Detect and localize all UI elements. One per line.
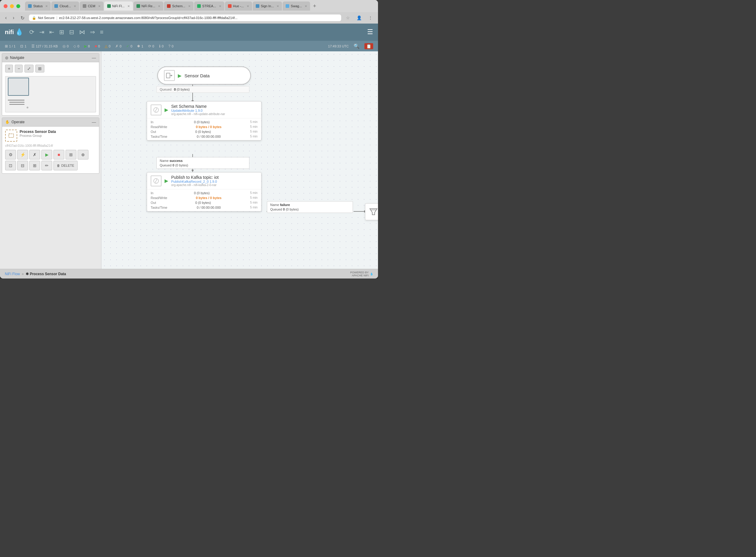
- tab-cloud[interactable]: Cloud... ✕: [51, 1, 79, 10]
- mini-line-1: [8, 100, 25, 100]
- zoom-out-button[interactable]: −: [15, 65, 23, 72]
- output-port-icon[interactable]: ⇤: [49, 28, 54, 36]
- template-button[interactable]: ⊞: [65, 150, 77, 159]
- status-uptodate: ✓ 0: [126, 44, 132, 48]
- tab-close-cloud[interactable]: ✕: [74, 4, 76, 8]
- delete-button[interactable]: 🗑 DELETE: [54, 161, 78, 170]
- enable-button[interactable]: ⚡: [17, 150, 28, 159]
- fit-view-button[interactable]: ⤢: [25, 65, 33, 72]
- status-questions: ? 0: [169, 44, 174, 48]
- menu-icon[interactable]: ⋮: [366, 15, 374, 21]
- tab-cem[interactable]: CEM ✕: [80, 1, 103, 10]
- tab-close-hue[interactable]: ✕: [247, 4, 249, 8]
- process-group-icon[interactable]: ⊞: [59, 28, 64, 36]
- tab-stream[interactable]: STREA... ✕: [194, 1, 224, 10]
- tab-favicon-hue: [228, 4, 232, 8]
- address-box[interactable]: 🔒 Not Secure | ec2-54-212-27-58.us-west-…: [29, 14, 341, 21]
- status-sync-failures: ⟳ 0: [148, 44, 154, 48]
- actual-size-button[interactable]: ⊞: [35, 65, 44, 72]
- success-queue-row: Queued 0 (0 bytes): [160, 164, 246, 167]
- stop-button[interactable]: ■: [54, 150, 64, 159]
- group-button[interactable]: ⊡: [5, 161, 16, 170]
- connection-icon[interactable]: ⇒: [90, 28, 95, 36]
- start-button[interactable]: ▶: [41, 150, 52, 159]
- tab-label-status: Status: [33, 4, 42, 8]
- copy-button[interactable]: ⊕: [78, 150, 88, 159]
- zoom-in-button[interactable]: +: [5, 65, 13, 72]
- processor-icon[interactable]: ⟳: [29, 28, 34, 36]
- tab-signin[interactable]: Sign In... ✕: [253, 1, 282, 10]
- set-schema-stat-rw: Read/Write 0 bytes / 0 bytes 5 min: [151, 124, 258, 129]
- tab-swagger[interactable]: Swag... ✕: [282, 1, 310, 10]
- minimize-button[interactable]: [10, 4, 14, 8]
- bookmark-icon[interactable]: ☆: [344, 15, 352, 21]
- reload-button[interactable]: ↻: [19, 14, 26, 22]
- operate-collapse-button[interactable]: —: [92, 120, 96, 124]
- back-button[interactable]: ‹: [4, 14, 8, 21]
- tab-close-swagger[interactable]: ✕: [305, 4, 307, 8]
- publish-kafka-pkg: org.apache.nifi - nifi-kafka-2-0-nar: [171, 183, 219, 187]
- tab-close-signin[interactable]: ✕: [277, 4, 279, 8]
- publish-kafka-stats: In 0 (0 bytes) 5 min Read/Write 0 bytes …: [147, 189, 261, 211]
- funnel-icon[interactable]: ⋈: [79, 28, 85, 36]
- tab-close-nifi-re[interactable]: ✕: [158, 4, 160, 8]
- clipboard-button[interactable]: 📋: [364, 43, 373, 49]
- configure-button[interactable]: ⚙: [5, 150, 16, 159]
- disable-button[interactable]: ✗: [29, 150, 40, 159]
- template-icon[interactable]: ≡: [100, 29, 103, 36]
- publish-kafka-title: Publish to Kafka topic: iot: [171, 175, 219, 180]
- canvas[interactable]: ▶ Sensor Data Queued 0 (0 bytes): [101, 51, 378, 269]
- component-name: Process Sensor Data: [20, 129, 56, 134]
- sensor-data-title: Sensor Data: [184, 73, 210, 78]
- search-button[interactable]: 🔍: [354, 43, 360, 49]
- close-button[interactable]: [4, 4, 7, 8]
- set-schema-stats: In 0 (0 bytes) 5 min Read/Write 0 bytes …: [147, 118, 261, 140]
- tab-hue[interactable]: Hue -... ✕: [225, 1, 252, 10]
- maximize-button[interactable]: [16, 4, 20, 8]
- tab-close-schema[interactable]: ✕: [188, 4, 190, 8]
- info-value: 0: [162, 45, 164, 48]
- browser-window: Status ✕ Cloud... ✕ CEM ✕ NiFi Fl... ✕ N…: [0, 0, 378, 278]
- user-icon[interactable]: 👤: [355, 15, 364, 21]
- set-schema-stat-in: In 0 (0 bytes) 5 min: [151, 120, 258, 124]
- forward-button[interactable]: ›: [11, 14, 16, 21]
- breadcrumb-current-icon: ✱: [26, 272, 29, 276]
- tab-status[interactable]: Status ✕: [25, 1, 51, 10]
- sensor-data-node[interactable]: ▶ Sensor Data: [157, 66, 251, 85]
- edit-button[interactable]: ✏: [41, 161, 52, 170]
- failure-name-text: Name: [270, 203, 280, 207]
- merge-button[interactable]: ⊟: [17, 161, 28, 170]
- queue-sensor-schema: Queued 0 (0 bytes): [156, 86, 249, 93]
- sync-failures-value: 0: [152, 45, 154, 48]
- navigate-collapse-button[interactable]: —: [92, 55, 96, 60]
- remote-process-group-icon[interactable]: ⊟: [69, 28, 74, 36]
- input-port-icon[interactable]: ⇥: [39, 28, 44, 36]
- operate-icon: ✋: [5, 120, 10, 124]
- tab-nifi-re[interactable]: NiFi Re... ✕: [133, 1, 164, 10]
- publish-kafka-node[interactable]: ▶ Publish to Kafka topic: iot PublishKaf…: [147, 172, 262, 211]
- operate-component: Process Sensor Data Process Group: [5, 129, 96, 142]
- set-schema-node[interactable]: ▶ Set Schema Name UpdateAttribute 1.9.0 …: [147, 101, 262, 141]
- disabled-icon: ✗: [115, 44, 118, 48]
- hamburger-menu-icon[interactable]: ☰: [367, 28, 373, 36]
- tab-close-nifi[interactable]: ✕: [127, 4, 130, 8]
- tab-close-stream[interactable]: ✕: [219, 4, 221, 8]
- tab-close-status[interactable]: ✕: [45, 4, 48, 8]
- component-type: Process Group: [20, 134, 56, 138]
- status-invalid: △ 0: [105, 44, 111, 48]
- tab-close-cem[interactable]: ✕: [98, 4, 100, 8]
- operate-label: Operate: [11, 120, 25, 124]
- tab-label-hue: Hue -...: [233, 4, 244, 8]
- success-queue-value: 0: [172, 164, 174, 167]
- output-funnel-node[interactable]: [365, 203, 378, 220]
- status-locally-modified: ✱ 1: [137, 44, 143, 48]
- export-button[interactable]: ⊞: [29, 161, 40, 170]
- tab-nifi-flow[interactable]: NiFi Fl... ✕: [104, 1, 133, 10]
- status-running: ◎ 0: [62, 44, 68, 48]
- breadcrumb-root[interactable]: NiFi Flow: [5, 272, 20, 276]
- queue-value: 0 (0 bytes): [174, 88, 190, 91]
- new-tab-button[interactable]: +: [311, 3, 319, 9]
- tab-schema[interactable]: Schem... ✕: [164, 1, 193, 10]
- status-stopped: ◇ 0: [73, 44, 79, 48]
- questions-value: 0: [172, 45, 174, 48]
